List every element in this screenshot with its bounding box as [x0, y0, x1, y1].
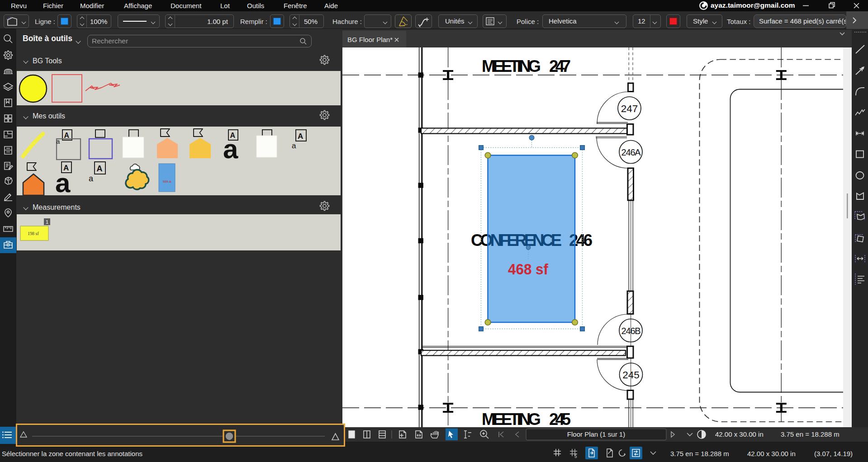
svg-text:A: A: [64, 132, 70, 139]
svg-text:A: A: [298, 132, 303, 141]
svg-text:5: 5: [574, 454, 577, 459]
svg-text:A: A: [97, 164, 103, 173]
svg-text:a: a: [223, 134, 238, 164]
svg-text:198 sf: 198 sf: [28, 231, 39, 236]
svg-text:a: a: [292, 141, 296, 150]
svg-text:247: 247: [621, 103, 638, 114]
svg-text:MEETING: MEETING: [482, 57, 541, 75]
svg-text:246A: 246A: [621, 147, 641, 157]
svg-text:a: a: [56, 137, 60, 145]
svg-text:246B: 246B: [621, 326, 641, 336]
svg-text:3.75 en = 18.288 m: 3.75 en = 18.288 m: [781, 430, 840, 438]
svg-text:468 sf: 468 sf: [508, 261, 549, 278]
svg-text:245: 245: [549, 410, 571, 428]
svg-text:245: 245: [622, 369, 640, 381]
svg-text:a: a: [55, 168, 71, 195]
svg-text:42.00 x 30.00 in: 42.00 x 30.00 in: [715, 430, 764, 438]
svg-text:a: a: [89, 174, 94, 183]
svg-text:247: 247: [549, 57, 571, 75]
svg-text:MEETING: MEETING: [482, 410, 541, 428]
svg-text:1: 1: [46, 219, 48, 225]
svg-text:MA a: MA a: [163, 179, 171, 184]
svg-text:Floor Plan (1 sur 1): Floor Plan (1 sur 1): [567, 430, 625, 438]
